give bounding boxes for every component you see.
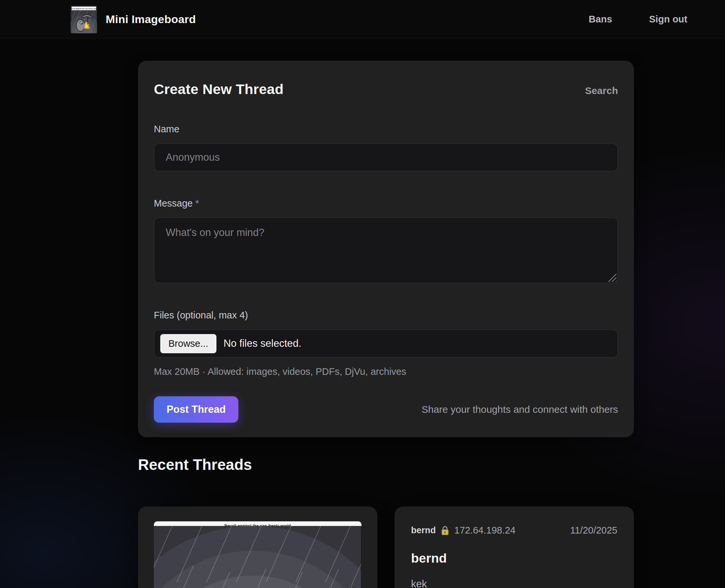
main-column: Create New Thread Search Name Message* F… [138,61,634,588]
post-thread-button[interactable]: Post Thread [154,396,238,423]
app-title: Mini Imageboard [106,13,196,26]
tagline-text: Share your thoughts and connect with oth… [422,404,618,415]
site-logo-link[interactable]: Revolt against the non-frenly world [71,6,97,33]
files-label: Files (optional, max 4) [154,310,618,321]
thread-grid: Revolt against the non-frenly world [138,506,634,588]
lock-icon [441,526,449,536]
file-status-text: No files selected. [223,338,301,350]
file-hint-text: Max 20MB · Allowed: images, videos, PDFs… [154,366,618,377]
recent-threads-title: Recent Threads [138,456,634,474]
nav-bans-link[interactable]: Bans [589,14,612,25]
thread-message: kek [411,578,617,588]
search-link[interactable]: Search [585,85,618,96]
top-nav: Bans Sign out [589,14,687,25]
create-thread-title: Create New Thread [154,81,284,97]
name-input[interactable] [154,143,618,172]
thread-date: 11/20/2025 [570,525,617,536]
logo-image: Revolt against the non-frenly world [71,6,97,33]
pepe-umbrella-rain-image [154,526,361,588]
message-label: Message* [154,198,618,209]
file-input[interactable]: Browse... No files selected. [154,329,618,358]
thread-title: bernd [411,551,617,566]
top-header: Revolt against the non-frenly world Mini… [0,0,725,39]
logo-banner-text: Revolt against the non-frenly world [71,7,97,9]
thread-card-image[interactable]: Revolt against the non-frenly world [138,506,377,588]
thread-ip: 172.64.198.24 [454,525,515,536]
required-asterisk: * [196,198,199,209]
name-label: Name [154,124,618,134]
thread-card-bernd[interactable]: bernd 172.64.198.24 11/20/2025 bernd kek [395,506,634,588]
message-textarea[interactable] [154,217,618,284]
nav-signout-link[interactable]: Sign out [649,14,687,25]
thread-meta-row: bernd 172.64.198.24 11/20/2025 [411,525,617,536]
browse-button[interactable]: Browse... [160,334,216,353]
thread-image[interactable]: Revolt against the non-frenly world [154,521,362,588]
create-thread-card: Create New Thread Search Name Message* F… [138,61,634,437]
message-field-wrap [154,217,618,284]
thread-author: bernd [411,525,436,536]
comic-banner-text: Revolt against the non-frenly world [154,521,362,526]
